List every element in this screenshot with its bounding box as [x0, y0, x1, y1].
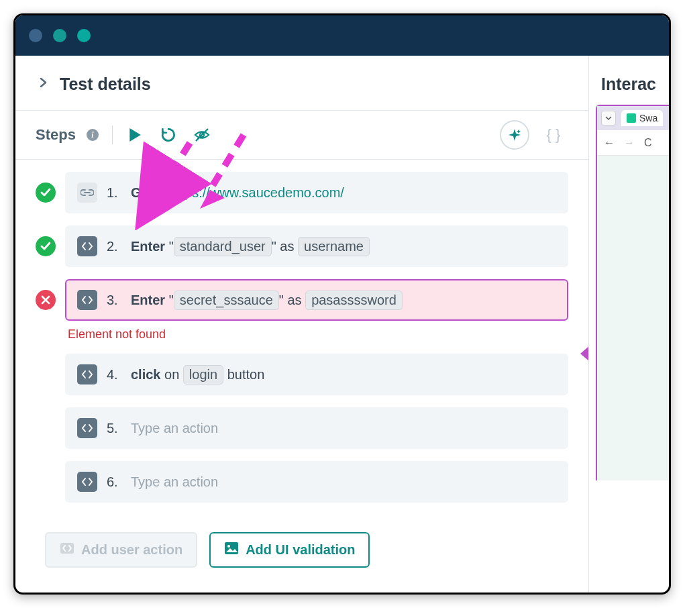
steps-list: 1. Go to https://www.saucedemo.com/ — [15, 160, 588, 527]
test-details-header[interactable]: Test details — [15, 56, 588, 110]
add-user-action-label: Add user action — [81, 542, 182, 558]
step-row-2: 2. Enter "standard_user" as username — [36, 225, 568, 267]
error-pointer-icon — [580, 346, 588, 362]
left-panel: Test details Steps i { } — [15, 56, 588, 593]
app-window: Test details Steps i { } — [13, 13, 671, 595]
bottom-buttons: Add user action Add UI validation — [15, 527, 588, 581]
step-number: 4. — [107, 367, 121, 382]
status-pass-icon — [36, 183, 56, 203]
step-box[interactable]: 6. Type an action — [65, 461, 568, 503]
code-icon — [77, 418, 97, 438]
step-text: Enter "standard_user" as username — [131, 237, 370, 256]
tab-favicon-icon — [627, 113, 636, 123]
step-text: Enter "secret_sssauce" as pasassssword — [131, 291, 403, 310]
status-pass-icon — [36, 236, 56, 256]
step-placeholder: Type an action — [131, 474, 218, 490]
step-row-5: 5. Type an action — [36, 407, 568, 449]
steps-toolbar: Steps i { } — [15, 110, 588, 160]
step-row-4: 4. click on login button — [36, 354, 568, 395]
browser-url-bar: ← → C — [597, 130, 669, 156]
step-row-6: 6. Type an action — [36, 461, 568, 503]
tab-label: Swa — [639, 113, 657, 123]
chevron-down-icon[interactable] — [601, 111, 616, 125]
ai-sparkle-button[interactable] — [500, 120, 529, 150]
step-number: 3. — [107, 293, 121, 308]
back-icon[interactable]: ← — [604, 137, 615, 149]
step-box[interactable]: 4. click on login button — [65, 354, 568, 395]
chevron-right-icon[interactable] — [40, 77, 48, 91]
browser-tab[interactable]: Swa — [621, 110, 663, 126]
step-box[interactable]: 1. Go to https://www.saucedemo.com/ — [65, 172, 568, 213]
code-icon — [77, 472, 97, 492]
svg-point-4 — [227, 545, 230, 548]
code-icon — [77, 290, 97, 310]
status-fail-icon — [36, 290, 56, 310]
code-icon — [60, 542, 74, 558]
step-box[interactable]: 2. Enter "standard_user" as username — [65, 225, 568, 267]
step-box-error[interactable]: 3. Enter "secret_sssauce" as pasasssswor… — [65, 279, 568, 321]
step-number: 5. — [107, 421, 121, 436]
step-placeholder: Type an action — [131, 421, 218, 436]
code-icon — [77, 236, 97, 256]
step-number: 6. — [107, 474, 121, 490]
traffic-light-close[interactable] — [29, 29, 42, 42]
step-text: Go to https://www.saucedemo.com/ — [131, 185, 344, 201]
step-box[interactable]: 5. Type an action — [65, 407, 568, 449]
browser-tab-bar: Swa — [597, 106, 669, 130]
test-details-label: Test details — [60, 74, 151, 94]
content-area: Test details Steps i { } — [15, 56, 669, 593]
step-number: 2. — [107, 239, 121, 254]
window-titlebar — [15, 15, 669, 56]
code-braces-icon[interactable]: { } — [539, 120, 568, 150]
step-number: 1. — [107, 185, 121, 201]
play-icon[interactable] — [126, 126, 144, 144]
reload-small-icon[interactable]: C — [644, 137, 652, 149]
image-icon — [224, 542, 239, 558]
reload-icon[interactable] — [160, 126, 177, 144]
error-message: Element not found — [68, 327, 568, 342]
add-user-action-button[interactable]: Add user action — [45, 532, 197, 568]
svg-line-1 — [197, 130, 208, 141]
step-text: click on login button — [131, 365, 264, 384]
add-ui-validation-button[interactable]: Add UI validation — [209, 532, 370, 568]
add-ui-validation-label: Add UI validation — [246, 542, 355, 558]
forward-icon[interactable]: → — [624, 137, 635, 149]
steps-label: Steps — [36, 126, 76, 144]
divider — [112, 125, 113, 144]
svg-rect-3 — [225, 542, 238, 554]
visibility-off-icon[interactable] — [193, 126, 211, 144]
code-icon — [77, 364, 97, 384]
traffic-light-minimize[interactable] — [53, 29, 66, 42]
step-row-1: 1. Go to https://www.saucedemo.com/ — [36, 172, 568, 213]
link-icon — [77, 183, 97, 203]
info-icon[interactable]: i — [87, 129, 99, 141]
browser-preview: Swa ← → C — [596, 105, 669, 480]
right-panel: Interac Swa ← → C — [588, 56, 669, 593]
step-row-3: 3. Enter "secret_sssauce" as pasasssswor… — [36, 279, 568, 321]
traffic-light-zoom[interactable] — [77, 29, 91, 42]
right-panel-title: Interac — [589, 74, 669, 105]
